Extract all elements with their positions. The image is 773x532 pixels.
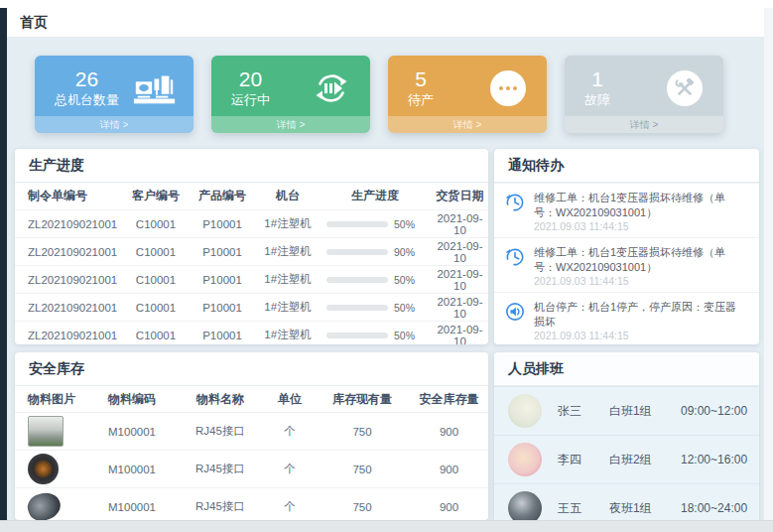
progress-bar: 50% <box>319 330 432 341</box>
cell-product: P10001 <box>188 302 257 314</box>
cell-date: 2021-09-10 <box>432 212 488 236</box>
progress-percent: 90% <box>394 246 415 258</box>
col-code: 物料编码 <box>88 391 176 408</box>
schedule-row: 王五 夜班1组 18:00~24:00 <box>494 483 759 524</box>
cell-safety: 900 <box>410 501 488 513</box>
cell-stock: 750 <box>315 426 410 438</box>
production-table-header: 制令单编号 客户编号 产品编号 机台 生产进度 交货日期 <box>15 183 488 209</box>
panel-title: 人员排班 <box>494 352 759 386</box>
cell-customer: C10001 <box>124 330 188 341</box>
cell-order: ZL202109021001 <box>15 218 124 230</box>
cell-machine: 1#注塑机 <box>257 244 319 259</box>
shift-time: 18:00~24:00 <box>681 501 759 515</box>
stat-label: 总机台数量 <box>55 91 119 109</box>
notifications-panel: 通知待办 维修工单：机台1变压器损坏待维修（单号：WX202109031001）… <box>494 149 759 344</box>
schedule-row: 李四 白班2组 12:00~16:00 <box>494 435 759 483</box>
shift-label: 白班1组 <box>609 403 681 420</box>
cell-date: 2021-09-10 <box>432 240 488 264</box>
table-row: ZL202109021001 C10001 P10001 1#注塑机 90% 2… <box>15 237 488 265</box>
cell-order: ZL202109021001 <box>15 302 124 314</box>
progress-bar: 50% <box>319 218 432 230</box>
cell-unit: 个 <box>265 499 315 514</box>
progress-percent: 50% <box>394 218 415 230</box>
schedule-row: 张三 白班1组 09:00~12:00 <box>494 386 759 435</box>
table-row: ZL202109021001 C10001 P10001 1#注塑机 50% 2… <box>15 293 488 321</box>
cell-safety: 900 <box>410 464 488 475</box>
employee-name: 王五 <box>558 500 609 517</box>
stat-card-fault[interactable]: 1 故障 详情 > <box>565 56 723 133</box>
table-row: M100001 RJ45接口 个 750 900 <box>15 487 488 520</box>
notification-item[interactable]: 维修工单：机台1变压器损坏待维修（单号：WX202109031001） 2021… <box>494 183 759 237</box>
cell-name: RJ45接口 <box>176 462 265 476</box>
stat-value: 20 <box>239 67 262 91</box>
cell-stock: 750 <box>315 464 410 475</box>
stat-label: 待产 <box>408 91 434 109</box>
breadcrumb-home[interactable]: 首页 <box>20 14 48 32</box>
table-row: M100001 RJ45接口 个 750 900 <box>15 412 488 450</box>
card-detail-link[interactable]: 详情 > <box>211 116 370 133</box>
cell-unit: 个 <box>265 462 315 476</box>
cell-date: 2021-09-10 <box>432 268 488 292</box>
col-stock: 库存现有量 <box>315 391 410 408</box>
safety-stock-panel: 安全库存 物料图片 物料编码 物料名称 单位 库存现有量 安全库存量 M1000… <box>15 352 488 520</box>
employee-name: 李四 <box>558 452 609 468</box>
stat-card-waiting[interactable]: 5 待产 详情 > <box>388 56 547 133</box>
cell-safety: 900 <box>410 426 488 438</box>
cell-customer: C10001 <box>124 218 188 230</box>
ellipsis-icon <box>485 67 531 109</box>
cell-stock: 750 <box>315 501 410 513</box>
cell-product: P10001 <box>188 274 257 286</box>
cell-code: M100001 <box>88 464 176 475</box>
stat-value: 1 <box>591 67 603 91</box>
vertical-scrollbar-track[interactable] <box>764 8 773 520</box>
notification-time: 2021.09.03 11:44:15 <box>534 330 747 341</box>
dashboard-screen: 首页 26 总机台数量 <box>0 0 773 532</box>
cell-date: 2021-09-10 <box>432 324 488 345</box>
cell-unit: 个 <box>265 424 315 439</box>
stat-label: 故障 <box>584 91 610 109</box>
card-detail-link[interactable]: 详情 > <box>35 116 193 133</box>
cell-name: RJ45接口 <box>176 499 265 514</box>
panel-title: 生产进度 <box>15 149 488 183</box>
notification-time: 2021.09.03 11:44:15 <box>534 275 747 287</box>
col-date: 交货日期 <box>432 188 488 204</box>
notification-text: 机台停产：机台1停产，停产原因：变压器损坏 <box>534 300 747 329</box>
cell-product: P10001 <box>188 246 257 258</box>
shift-label: 夜班1组 <box>609 500 681 517</box>
col-unit: 单位 <box>265 391 315 408</box>
card-detail-link[interactable]: 详情 > <box>388 116 547 133</box>
card-detail-link[interactable]: 详情 > <box>565 116 723 133</box>
shift-time: 12:00~16:00 <box>681 453 759 466</box>
stat-value: 5 <box>415 67 427 91</box>
horizontal-scrollbar-track[interactable] <box>0 520 773 532</box>
production-progress-panel: 生产进度 制令单编号 客户编号 产品编号 机台 生产进度 交货日期 ZL2021… <box>15 149 488 344</box>
notification-item[interactable]: 维修工单：机台1变压器损坏待维修（单号：WX202109031001） 2021… <box>494 237 759 292</box>
speaker-icon <box>505 300 527 341</box>
notification-text: 维修工单：机台1变压器损坏待维修（单号：WX202109031001） <box>534 191 747 219</box>
cell-machine: 1#注塑机 <box>257 216 319 231</box>
clock-icon <box>505 245 527 287</box>
material-image-cell <box>15 493 88 520</box>
stat-card-running[interactable]: 20 运行中 <box>211 56 370 133</box>
panel-title: 安全库存 <box>15 352 488 386</box>
cell-code: M100001 <box>88 426 176 438</box>
sidebar-collapsed-strip[interactable] <box>0 8 7 520</box>
material-image-cell <box>15 454 88 484</box>
running-icon <box>309 67 354 109</box>
cell-order: ZL202109021001 <box>15 330 124 341</box>
progress-bar: 50% <box>319 302 432 314</box>
shift-time: 09:00~12:00 <box>681 404 759 418</box>
col-name: 物料名称 <box>176 391 265 408</box>
main-content: 26 总机台数量 <box>7 38 764 520</box>
stock-table-header: 物料图片 物料编码 物料名称 单位 库存现有量 安全库存量 <box>15 386 488 412</box>
notification-item[interactable]: 机台停产：机台1停产，停产原因：变压器损坏 2021.09.03 11:44:1… <box>494 292 759 344</box>
stat-cards-row: 26 总机台数量 <box>35 56 723 133</box>
cell-order: ZL202109021001 <box>15 274 124 286</box>
cell-customer: C10001 <box>124 302 188 314</box>
round-speaker-image <box>28 454 59 484</box>
employee-name: 张三 <box>558 403 609 420</box>
table-row: ZL202109021001 C10001 P10001 1#注塑机 50% 2… <box>15 209 488 237</box>
cell-name: RJ45接口 <box>176 424 265 439</box>
progress-percent: 50% <box>394 274 415 286</box>
stat-card-total-machines[interactable]: 26 总机台数量 <box>35 56 193 133</box>
